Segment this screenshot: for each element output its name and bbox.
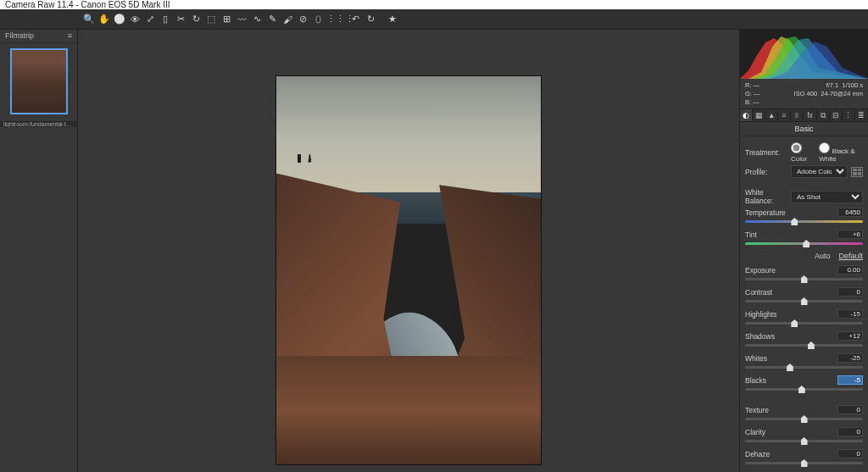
clarity-value[interactable]: 0 [837,427,863,436]
tool-14[interactable]: ⊘ [295,12,310,27]
preview-stage[interactable] [78,30,739,472]
tool-0[interactable]: 🔍 [81,12,97,27]
tool-18[interactable]: ↶ [348,12,363,27]
blacks-slider: Blacks-5 [745,375,863,391]
panel-tab-0[interactable]: ◐ [740,109,753,121]
panel-tab-8[interactable]: ⋮ [843,109,855,121]
preview-area: ⊞ ⊟ 26.7% ▾ lightroom-fundamental-tutori… [78,30,739,472]
tool-8[interactable]: ⬚ [203,12,219,27]
panel-tab-2[interactable]: ▲ [765,109,778,121]
tool-12[interactable]: ✎ [264,12,280,27]
blacks-track[interactable] [745,388,863,391]
profile-label: Profile: [745,168,787,176]
whites-slider: Whites-25 [745,353,863,369]
tint-thumb[interactable] [803,240,810,247]
panel-tab-4[interactable]: ⫴ [791,109,804,121]
content-row: Filmstrip ≡ lightroom-fundamental-tutor… [0,30,868,472]
adjustments-panel: R: — G: — B: — f/7.1 1/100 s ISO 400 24-… [739,30,868,472]
tool-15[interactable]: ⬯ [310,12,326,27]
treatment-color-radio[interactable]: Color [791,142,814,163]
exposure-thumb[interactable] [801,275,808,283]
histogram[interactable] [740,30,868,79]
temperature-slider: Temperature6450 [745,208,863,223]
filmstrip-menu-icon[interactable]: ≡ [68,31,72,41]
dehaze-value[interactable]: 0 [837,449,863,458]
tool-6[interactable]: ✂ [173,12,188,27]
profile-select[interactable]: Adobe Color [791,165,848,178]
texture-label: Texture [745,406,769,414]
dehaze-label: Dehaze [745,450,770,458]
tool-19[interactable]: ↻ [363,12,378,27]
tool-9[interactable]: ⊞ [219,12,234,27]
exposure-track[interactable] [745,278,863,280]
blacks-thumb[interactable] [798,386,805,393]
panel-tab-3[interactable]: ≡ [778,109,791,121]
texture-value[interactable]: 0 [837,405,863,414]
panel-tab-1[interactable]: ▦ [753,109,765,121]
tool-21[interactable]: ★ [385,12,400,27]
tool-13[interactable]: 🖌 [280,12,295,27]
whites-thumb[interactable] [787,364,793,371]
tool-3[interactable]: 👁 [127,12,142,27]
clarity-thumb[interactable] [801,437,808,445]
exif-block: R: — G: — B: — f/7.1 1/100 s ISO 400 24-… [740,79,868,108]
tint-value[interactable]: +6 [837,230,863,239]
dehaze-slider: Dehaze0 [745,449,863,464]
panel-tabs: ◐▦▲≡⫴fx⧉⊟⋮≣ [740,108,868,122]
dehaze-thumb[interactable] [801,459,808,467]
shadows-value[interactable]: +12 [837,331,863,341]
tint-label: Tint [745,230,757,239]
blacks-label: Blacks [745,376,766,385]
tool-1[interactable]: ✋ [97,12,112,27]
thumbnail-caption: lightroom-fundamental-tutor… [0,121,77,127]
panel-tab-9[interactable]: ≣ [855,109,868,121]
profile-browser-icon[interactable] [851,167,863,177]
titlebar: Camera Raw 11.4 - Canon EOS 5D Mark III [0,0,868,9]
temperature-track[interactable] [745,220,863,223]
contrast-thumb[interactable] [801,297,808,305]
shadows-thumb[interactable] [808,342,815,349]
tool-5[interactable]: ▯ [158,12,173,27]
wb-label: White Balance: [745,188,787,205]
tint-track[interactable] [745,242,863,245]
filmstrip-thumbnail[interactable] [10,48,68,114]
highlights-track[interactable] [745,322,863,325]
panel-tab-7[interactable]: ⊟ [830,109,843,121]
main-area: 🔍✋⚪👁⤢▯✂↻⬚⊞〰∿✎🖌⊘⬯⋮⋮⋮↶↻★ Filmstrip ≡ light… [0,9,868,472]
preview-image[interactable] [276,76,541,464]
exif-iso: ISO 400 [794,90,818,97]
contrast-track[interactable] [745,300,863,303]
dehaze-track[interactable] [745,462,863,464]
filmstrip-panel: Filmstrip ≡ lightroom-fundamental-tutor… [0,30,78,472]
tint-slider: Tint+6 [745,230,863,245]
temperature-thumb[interactable] [791,218,798,225]
clarity-track[interactable] [745,440,863,442]
tool-11[interactable]: ∿ [249,12,264,27]
filmstrip-title: Filmstrip [5,31,34,41]
shadows-slider: Shadows+12 [745,331,863,347]
default-link[interactable]: Default [838,252,863,260]
shadows-label: Shadows [745,332,775,341]
contrast-slider: Contrast0 [745,287,863,303]
highlights-value[interactable]: -15 [837,309,863,319]
whites-track[interactable] [745,366,863,369]
contrast-value[interactable]: 0 [837,287,863,297]
texture-thumb[interactable] [801,415,808,423]
tool-10[interactable]: 〰 [234,12,249,27]
highlights-thumb[interactable] [791,319,798,327]
tool-2[interactable]: ⚪ [112,12,127,27]
tool-4[interactable]: ⤢ [142,12,158,27]
blacks-value[interactable]: -5 [837,375,863,385]
shadows-track[interactable] [745,344,863,347]
panel-tab-5[interactable]: fx [804,109,816,121]
treatment-bw-radio[interactable]: Black & White [819,142,863,163]
texture-track[interactable] [745,418,863,420]
tool-7[interactable]: ↻ [188,12,203,27]
whites-value[interactable]: -25 [837,353,863,363]
panel-tab-6[interactable]: ⧉ [817,109,830,121]
temperature-value[interactable]: 6450 [837,208,863,217]
tool-17[interactable]: ⋮⋮⋮ [332,12,348,27]
auto-link[interactable]: Auto [815,252,831,260]
wb-select[interactable]: As Shot [791,191,863,203]
exposure-value[interactable]: 0.00 [837,265,863,275]
